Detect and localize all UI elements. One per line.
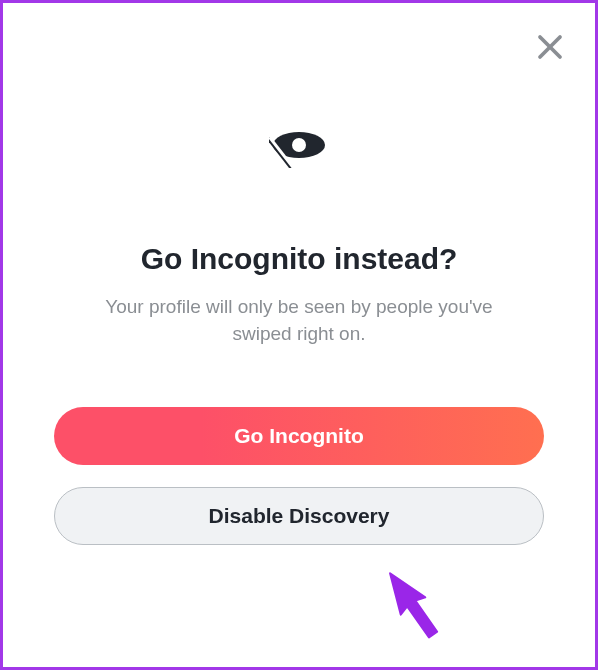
modal-icon-container xyxy=(269,123,329,172)
modal-title: Go Incognito instead? xyxy=(141,242,458,276)
modal-subtitle: Your profile will only be seen by people… xyxy=(79,294,519,347)
close-icon xyxy=(535,32,565,65)
modal-content: Go Incognito instead? Your profile will … xyxy=(3,3,595,667)
modal-frame: Go Incognito instead? Your profile will … xyxy=(0,0,598,670)
close-button[interactable] xyxy=(530,28,570,68)
eye-slash-icon xyxy=(269,154,329,171)
go-incognito-button[interactable]: Go Incognito xyxy=(54,407,544,465)
go-incognito-label: Go Incognito xyxy=(234,424,363,448)
disable-discovery-label: Disable Discovery xyxy=(209,504,390,528)
disable-discovery-button[interactable]: Disable Discovery xyxy=(54,487,544,545)
svg-point-3 xyxy=(292,138,306,152)
